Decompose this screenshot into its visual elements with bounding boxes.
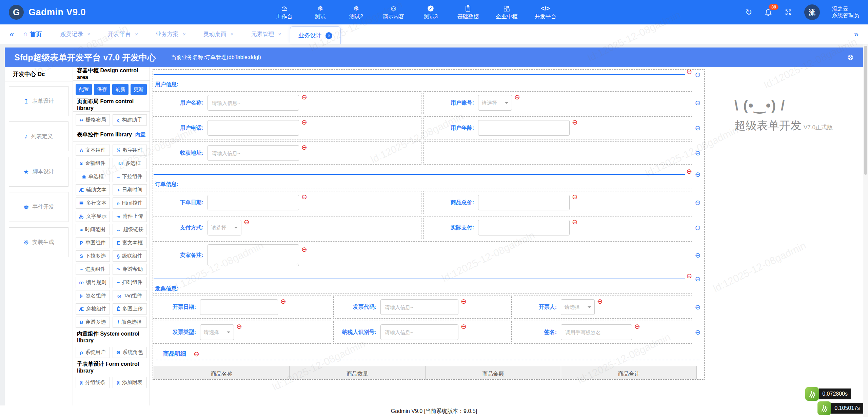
subform-control-item[interactable]: § 添加附表 [113,377,147,388]
invoicetype-select[interactable]: 请选择 [200,324,234,340]
tabs-expand-arrow[interactable]: » [851,30,861,39]
vertical-scrollbar[interactable] [863,44,868,417]
tabs-collapse-arrow[interactable]: « [7,30,17,39]
address-input[interactable] [208,145,299,161]
field-invoicecode[interactable]: 发票代码: ⊖ [333,296,512,319]
layout-control-item[interactable]: ς 构建助手 [113,114,147,126]
field-username[interactable]: 用户名称: ⊖ [153,91,421,114]
invoicecode-input[interactable] [380,299,458,315]
invoicedate-input[interactable] [200,299,278,315]
remove-field-icon[interactable]: ⊖ [461,323,467,330]
tab-item[interactable]: 灵动桌面 × [195,24,242,44]
payment-select[interactable]: 请选择 [208,220,241,235]
form-control-item[interactable]: § 级联组件 [113,250,147,262]
remove-subtable-icon[interactable]: ⊖ [194,350,199,357]
user-avatar[interactable]: 流 [804,4,820,20]
tab-close-icon[interactable]: × [87,31,90,37]
signature-input[interactable] [561,324,632,340]
remove-field-icon[interactable]: ⊖ [301,119,307,126]
tab-close-icon[interactable]: × [278,31,281,37]
username-input[interactable] [208,95,299,111]
remove-field-icon[interactable]: ⊖ [244,219,250,225]
actualpay-input[interactable] [478,220,570,235]
toolbar-button[interactable]: 保存 [94,84,110,95]
remove-row-icon[interactable]: ⊖ [695,150,701,156]
menu-item-enterprise[interactable]: 企业中枢 [496,4,517,20]
menu-item-demo[interactable]: ☺ 演示内容 [382,4,404,20]
refresh-icon[interactable]: ↻ [745,8,752,16]
form-control-item[interactable]: S 下拉多选 [76,250,110,262]
toolbar-button[interactable]: 更新 [131,84,147,95]
toolbar-button[interactable]: 刷新 [112,84,129,95]
builtin-link[interactable]: 内置 [135,132,145,138]
remove-field-icon[interactable]: ⊖ [572,119,578,126]
field-payment[interactable]: 支付方式: 请选择 ⊖ [153,216,421,239]
tab-item[interactable]: 业务方案 × [147,24,195,44]
remove-row-icon[interactable]: ⊖ [695,276,701,282]
form-control-item[interactable]: ≈ 时间范围 [76,224,110,235]
remove-field-icon[interactable]: ⊖ [236,323,242,330]
remove-row-icon[interactable]: ⊖ [695,125,701,131]
field-actualpay[interactable]: 实际支付: ⊖ [423,216,692,239]
menu-item-workbench[interactable]: 工作台 [275,4,294,20]
scrollbar-thumb[interactable] [864,46,867,175]
field-phone[interactable]: 用户电话: ⊖ [153,116,421,139]
form-control-item[interactable]: œ 编号规则 [76,277,110,288]
remove-group-icon[interactable]: ⊖ [686,168,692,175]
form-control-item[interactable]: Ð 穿透多选 [76,317,110,328]
remove-row-icon[interactable]: ⊖ [695,329,701,336]
devcenter-item[interactable]: ★ 脚本设计 [9,157,68,187]
remove-row-icon[interactable]: ⊖ [695,171,701,178]
field-sellernote[interactable]: 卖家备注: ⊖ [153,241,692,269]
remove-field-icon[interactable]: ⊖ [597,298,603,305]
remove-row-icon[interactable]: ⊖ [695,199,701,206]
menu-item-basedata[interactable]: 基础数据 [457,4,479,20]
devcenter-item[interactable]: ↥ 表单设计 [9,86,68,116]
tab-item-active[interactable]: 业务设计 ✕ [290,26,341,44]
subtable-tab[interactable]: 商品明细 [154,349,193,358]
form-control-item[interactable]: / 颜色选择 [113,317,147,328]
field-orderdate[interactable]: 下单日期: ⊖ [153,191,421,214]
age-input[interactable] [478,120,570,136]
group-line[interactable] [154,174,685,175]
remove-field-icon[interactable]: ⊖ [572,193,578,200]
remove-row-icon[interactable]: ⊖ [695,252,701,259]
field-totalprice[interactable]: 商品总价: ⊖ [423,191,692,214]
system-control-item[interactable]: Θ 系统角色 [113,347,147,358]
field-taxid[interactable]: 纳税人识别号: ⊖ [333,321,512,344]
remove-field-icon[interactable]: ⊖ [514,94,520,100]
orderdate-input[interactable] [208,195,299,210]
remove-row-icon[interactable]: ⊖ [695,71,701,78]
remove-group-icon[interactable]: ⊖ [686,69,692,75]
form-control-item[interactable]: ω Tag组件 [113,290,147,301]
remove-field-icon[interactable]: ⊖ [280,298,286,305]
remove-field-icon[interactable]: ⊖ [301,193,307,200]
field-invoicetype[interactable]: 发票类型: 请选择 ⊖ [153,321,331,344]
remove-group-icon[interactable]: ⊖ [686,272,692,279]
sellernote-textarea[interactable] [208,244,299,266]
field-invoicedate[interactable]: 开票日期: ⊖ [153,296,331,319]
form-control-item[interactable]: ◉ 单选框 [76,171,110,182]
form-control-item[interactable]: Æ 辅助文本 [76,184,110,195]
form-control-item[interactable]: ≡ 下拉组件 [113,171,147,182]
form-control-item[interactable]: A 文本组件 [76,145,110,156]
form-control-item[interactable]: ☑ 多选框 [113,158,147,169]
menu-item-devplatform[interactable]: </> 开发平台 [534,4,556,20]
form-control-item[interactable]: ↠ 附件上传 [113,211,147,222]
tab-item[interactable]: 贩卖记录 × [51,24,99,44]
devcenter-item[interactable]: ♪ 列表定义 [9,121,68,151]
form-control-item[interactable]: ↷ 穿透帮助 [113,264,147,275]
form-control-item[interactable]: ¥ 金额组件 [76,158,110,169]
remove-field-icon[interactable]: ⊖ [461,298,467,305]
phone-input[interactable] [208,120,299,136]
subform-control-item[interactable]: § 分组线条 [76,377,110,388]
account-select[interactable]: 请选择 [478,95,512,111]
toolbar-button[interactable]: 配置 [76,84,92,95]
menu-item-test3[interactable]: 测试3 [421,4,440,20]
field-age[interactable]: 用户年龄: ⊖ [423,116,692,139]
remove-field-icon[interactable]: ⊖ [301,144,307,151]
form-control-item[interactable]: ↔ 超级链接 [113,224,147,235]
close-icon[interactable]: ⊗ [847,53,854,62]
field-invoicer[interactable]: 开票人: 请选择 ⊖ [514,296,692,319]
form-control-item[interactable]: ~ 进度组件 [76,264,110,275]
